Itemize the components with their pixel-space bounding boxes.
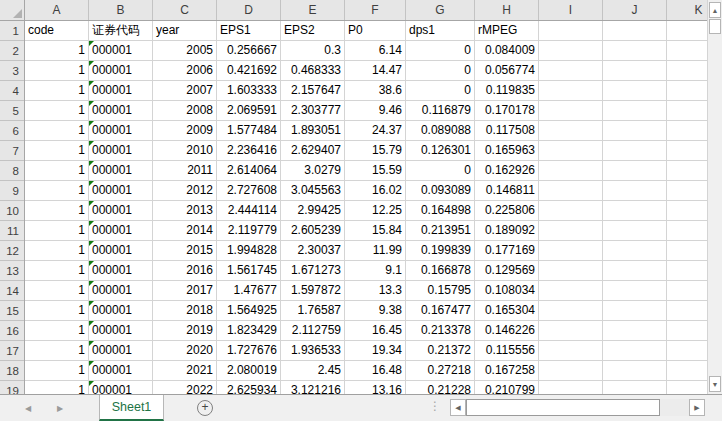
cell-A11[interactable]: 1 <box>25 221 89 241</box>
cell-D10[interactable]: 2.444114 <box>217 201 281 221</box>
row-header-19[interactable]: 19 <box>0 381 24 394</box>
cell-F9[interactable]: 16.02 <box>345 181 406 201</box>
cell-F15[interactable]: 9.38 <box>345 301 406 321</box>
cell-C6[interactable]: 2009 <box>153 121 217 141</box>
sheet-nav-left-icon[interactable]: ◀ <box>25 404 31 413</box>
cell-J4[interactable] <box>603 81 667 101</box>
cell-K8[interactable] <box>667 161 707 181</box>
column-header-J[interactable]: J <box>603 0 667 20</box>
cell-I10[interactable] <box>539 201 603 221</box>
cell-D1[interactable]: EPS1 <box>217 21 281 41</box>
cell-I19[interactable] <box>539 381 603 394</box>
cell-D17[interactable]: 1.727676 <box>217 341 281 361</box>
cell-K6[interactable] <box>667 121 707 141</box>
cell-D4[interactable]: 1.603333 <box>217 81 281 101</box>
row-header-10[interactable]: 10 <box>0 201 24 221</box>
cell-C16[interactable]: 2019 <box>153 321 217 341</box>
cell-K19[interactable] <box>667 381 707 394</box>
cell-F14[interactable]: 13.3 <box>345 281 406 301</box>
cell-E1[interactable]: EPS2 <box>281 21 345 41</box>
column-header-B[interactable]: B <box>89 0 153 20</box>
cell-G11[interactable]: 0.213951 <box>406 221 475 241</box>
cell-K5[interactable] <box>667 101 707 121</box>
row-header-9[interactable]: 9 <box>0 181 24 201</box>
cell-C7[interactable]: 2010 <box>153 141 217 161</box>
cell-G6[interactable]: 0.089088 <box>406 121 475 141</box>
cell-H3[interactable]: 0.056774 <box>475 61 539 81</box>
cell-A5[interactable]: 1 <box>25 101 89 121</box>
cell-C5[interactable]: 2008 <box>153 101 217 121</box>
cell-J5[interactable] <box>603 101 667 121</box>
cell-K2[interactable] <box>667 41 707 61</box>
cell-K15[interactable] <box>667 301 707 321</box>
vscroll-up-button[interactable]: ▲ <box>709 2 721 18</box>
cell-C13[interactable]: 2016 <box>153 261 217 281</box>
cell-I5[interactable] <box>539 101 603 121</box>
cell-E2[interactable]: 0.3 <box>281 41 345 61</box>
column-header-A[interactable]: A <box>25 0 89 20</box>
cell-B16[interactable]: 000001 <box>89 321 153 341</box>
cell-G10[interactable]: 0.164898 <box>406 201 475 221</box>
cell-F10[interactable]: 12.25 <box>345 201 406 221</box>
cell-E18[interactable]: 2.45 <box>281 361 345 381</box>
cell-B19[interactable]: 000001 <box>89 381 153 394</box>
row-header-1[interactable]: 1 <box>0 21 24 41</box>
cell-G16[interactable]: 0.213378 <box>406 321 475 341</box>
cell-A9[interactable]: 1 <box>25 181 89 201</box>
cell-G9[interactable]: 0.093089 <box>406 181 475 201</box>
row-header-11[interactable]: 11 <box>0 221 24 241</box>
cell-K1[interactable] <box>667 21 707 41</box>
cell-J19[interactable] <box>603 381 667 394</box>
row-header-14[interactable]: 14 <box>0 281 24 301</box>
sheet-tab-sheet1[interactable]: Sheet1 <box>99 395 164 421</box>
cell-H1[interactable]: rMPEG <box>475 21 539 41</box>
cell-E17[interactable]: 1.936533 <box>281 341 345 361</box>
cell-A3[interactable]: 1 <box>25 61 89 81</box>
cell-G17[interactable]: 0.21372 <box>406 341 475 361</box>
cell-G15[interactable]: 0.167477 <box>406 301 475 321</box>
cell-F5[interactable]: 9.46 <box>345 101 406 121</box>
row-header-2[interactable]: 2 <box>0 41 24 61</box>
cell-D14[interactable]: 1.47677 <box>217 281 281 301</box>
cell-A8[interactable]: 1 <box>25 161 89 181</box>
cell-I13[interactable] <box>539 261 603 281</box>
column-header-E[interactable]: E <box>281 0 345 20</box>
cell-K13[interactable] <box>667 261 707 281</box>
cell-B6[interactable]: 000001 <box>89 121 153 141</box>
cell-H17[interactable]: 0.115556 <box>475 341 539 361</box>
cell-E15[interactable]: 1.76587 <box>281 301 345 321</box>
row-header-17[interactable]: 17 <box>0 341 24 361</box>
cell-H2[interactable]: 0.084009 <box>475 41 539 61</box>
cell-F7[interactable]: 15.79 <box>345 141 406 161</box>
cell-D2[interactable]: 0.256667 <box>217 41 281 61</box>
cell-B5[interactable]: 000001 <box>89 101 153 121</box>
cell-A10[interactable]: 1 <box>25 201 89 221</box>
cell-H9[interactable]: 0.146811 <box>475 181 539 201</box>
cell-H6[interactable]: 0.117508 <box>475 121 539 141</box>
cell-F17[interactable]: 19.34 <box>345 341 406 361</box>
cell-J14[interactable] <box>603 281 667 301</box>
column-header-I[interactable]: I <box>539 0 603 20</box>
cell-I11[interactable] <box>539 221 603 241</box>
cell-J7[interactable] <box>603 141 667 161</box>
add-sheet-button[interactable]: + <box>197 400 213 416</box>
cell-A16[interactable]: 1 <box>25 321 89 341</box>
cell-H18[interactable]: 0.167258 <box>475 361 539 381</box>
cell-H8[interactable]: 0.162926 <box>475 161 539 181</box>
cell-H13[interactable]: 0.129569 <box>475 261 539 281</box>
cell-H19[interactable]: 0.210799 <box>475 381 539 394</box>
cell-K18[interactable] <box>667 361 707 381</box>
cell-B3[interactable]: 000001 <box>89 61 153 81</box>
cell-J13[interactable] <box>603 261 667 281</box>
cell-G1[interactable]: dps1 <box>406 21 475 41</box>
cell-C9[interactable]: 2012 <box>153 181 217 201</box>
cell-G8[interactable]: 0 <box>406 161 475 181</box>
cell-K3[interactable] <box>667 61 707 81</box>
cell-I15[interactable] <box>539 301 603 321</box>
cell-B1[interactable]: 证券代码 <box>89 21 153 41</box>
row-header-5[interactable]: 5 <box>0 101 24 121</box>
cell-H16[interactable]: 0.146226 <box>475 321 539 341</box>
cell-C14[interactable]: 2017 <box>153 281 217 301</box>
cell-J12[interactable] <box>603 241 667 261</box>
hscroll-right-button[interactable]: ▶ <box>689 399 705 416</box>
